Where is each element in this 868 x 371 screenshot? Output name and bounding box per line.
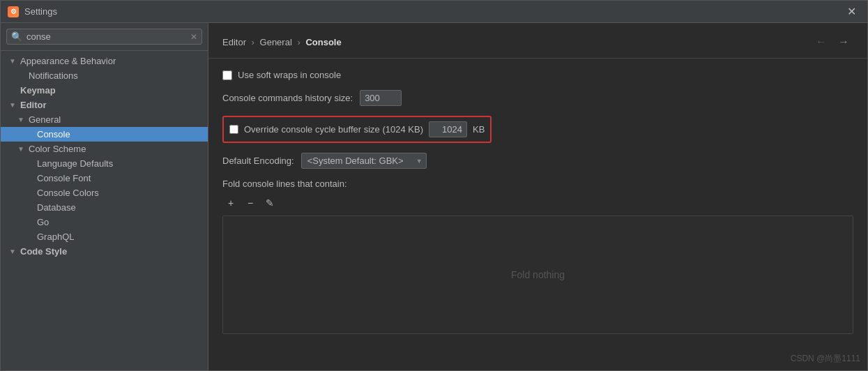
sidebar-item-label: Color Scheme [29, 144, 86, 154]
sidebar-item-label: Notifications [29, 70, 78, 81]
arrow-spacer [26, 160, 34, 167]
window-title: Settings [24, 6, 57, 17]
app-icon: ⚙ [8, 6, 19, 17]
watermark: CSDN @尚墨1111 [791, 353, 860, 365]
sidebar-item-label: Editor [20, 100, 47, 110]
breadcrumb-general: General [260, 37, 292, 47]
sidebar-item-keymap[interactable]: Keymap [1, 83, 208, 98]
sidebar-item-label: Appearance & Behavior [20, 56, 116, 66]
close-button[interactable]: ✕ [843, 3, 860, 20]
arrow-spacer [26, 130, 34, 138]
override-buffer-checkbox[interactable] [229, 125, 238, 134]
sidebar-item-label: GraphQL [37, 232, 74, 242]
sidebar-item-database[interactable]: Database [1, 200, 208, 215]
sidebar-item-consolefont[interactable]: Console Font [1, 171, 208, 186]
arrow-spacer [26, 218, 34, 226]
sidebar: 🔍 ✕ ▼ Appearance & Behavior Notification… [1, 23, 208, 370]
search-clear-button[interactable]: ✕ [190, 32, 197, 42]
sidebar-item-label: Database [37, 202, 76, 213]
content-panel: Editor › General › Console ← → [208, 23, 867, 370]
sidebar-item-colorscheme[interactable]: ▼ Color Scheme [1, 142, 208, 156]
search-icon: 🔍 [11, 31, 22, 42]
sidebar-item-label: Code Style [20, 246, 67, 257]
encoding-select[interactable]: <System Default: GBK> UTF-8 ISO-8859-1 [301, 153, 427, 169]
fold-section: Fold console lines that contain: + − ✎ F… [222, 179, 853, 334]
titlebar: ⚙ Settings ✕ [1, 1, 867, 23]
sidebar-item-label: Keymap [20, 85, 56, 96]
softwraps-label: Use soft wraps in console [238, 70, 341, 80]
breadcrumb-sep-2: › [297, 37, 303, 47]
override-buffer-input[interactable] [429, 121, 467, 137]
sidebar-item-general[interactable]: ▼ General [1, 112, 208, 127]
sidebar-item-appearance[interactable]: ▼ Appearance & Behavior [1, 54, 208, 68]
sidebar-tree: ▼ Appearance & Behavior Notifications Ke… [1, 51, 208, 370]
search-input[interactable] [26, 31, 186, 42]
sidebar-item-notifications[interactable]: Notifications [1, 68, 208, 83]
content-body: Use soft wraps in console Console comman… [208, 59, 867, 370]
sidebar-item-label: Language Defaults [37, 158, 113, 169]
sidebar-item-langdefaults[interactable]: Language Defaults [1, 156, 208, 171]
arrow-spacer [26, 233, 34, 241]
forward-button[interactable]: → [834, 33, 853, 51]
arrow-spacer [26, 189, 34, 197]
content-header: Editor › General › Console ← → [208, 23, 867, 59]
sidebar-item-consolecolors[interactable]: Console Colors [1, 186, 208, 200]
arrow-spacer [17, 72, 26, 80]
back-button[interactable]: ← [812, 33, 831, 51]
fold-toolbar: + − ✎ [222, 195, 853, 211]
search-wrapper[interactable]: 🔍 ✕ [6, 29, 202, 45]
breadcrumb: Editor › General › Console [222, 37, 342, 47]
encoding-label: Default Encoding: [222, 156, 294, 166]
arrow-spacer [9, 86, 17, 94]
fold-remove-button[interactable]: − [242, 195, 259, 211]
arrow-spacer [26, 174, 34, 182]
historysize-input[interactable] [360, 90, 402, 106]
arrow-spacer [26, 204, 34, 211]
sidebar-item-label: Console Colors [37, 188, 99, 198]
fold-list-area: Fold nothing [222, 215, 853, 334]
sidebar-item-go[interactable]: Go [1, 215, 208, 229]
historysize-label: Console commands history size: [222, 93, 353, 103]
fold-edit-button[interactable]: ✎ [261, 195, 278, 211]
override-buffer-row: Override console cycle buffer size (1024… [222, 116, 492, 143]
fold-label: Fold console lines that contain: [222, 179, 853, 189]
breadcrumb-editor: Editor [222, 37, 246, 47]
fold-nothing-text: Fold nothing [511, 269, 565, 280]
breadcrumb-sep-1: › [252, 37, 257, 47]
sidebar-item-label: Console Font [37, 173, 91, 183]
sidebar-item-codestyle[interactable]: ▼ Code Style [1, 244, 208, 259]
override-unit-label: KB [473, 124, 485, 135]
nav-buttons: ← → [812, 33, 853, 51]
settings-window: ⚙ Settings ✕ 🔍 ✕ ▼ Appearance & Behavior [0, 0, 868, 371]
historysize-row: Console commands history size: [222, 90, 853, 106]
sidebar-item-label: General [29, 114, 61, 125]
sidebar-item-editor[interactable]: ▼ Editor [1, 98, 208, 112]
sidebar-item-label: Go [37, 217, 49, 227]
softwraps-row: Use soft wraps in console [222, 70, 853, 80]
arrow-icon: ▼ [9, 57, 17, 65]
sidebar-item-graphql[interactable]: GraphQL [1, 229, 208, 244]
fold-add-button[interactable]: + [222, 195, 239, 211]
encoding-row: Default Encoding: <System Default: GBK> … [222, 153, 853, 169]
override-buffer-label: Override console cycle buffer size (1024… [244, 124, 423, 135]
softwraps-checkbox[interactable] [222, 70, 232, 80]
arrow-icon: ▼ [17, 116, 26, 123]
sidebar-item-console[interactable]: Console [1, 127, 208, 142]
arrow-icon: ▼ [17, 145, 26, 153]
arrow-icon: ▼ [9, 101, 17, 109]
header-inner: Editor › General › Console ← → [222, 33, 853, 51]
breadcrumb-console: Console [305, 37, 341, 47]
search-box: 🔍 ✕ [1, 23, 208, 51]
encoding-select-container[interactable]: <System Default: GBK> UTF-8 ISO-8859-1 [301, 153, 427, 169]
softwraps-checkbox-wrapper[interactable]: Use soft wraps in console [222, 70, 341, 80]
sidebar-item-label: Console [37, 129, 70, 139]
arrow-icon: ▼ [9, 248, 17, 255]
